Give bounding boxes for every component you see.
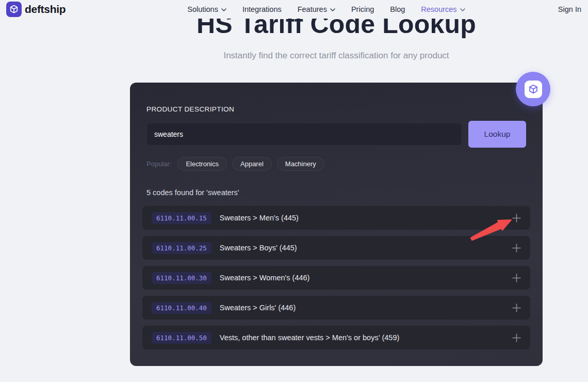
popular-chip-electronics[interactable]: Electronics xyxy=(177,157,227,171)
result-description: Vests, other than sweater vests > Men's … xyxy=(220,333,399,342)
main-content: HS Tariff Code Lookup Instantly find the… xyxy=(130,10,543,366)
popular-row: Popular: Electronics Apparel Machinery xyxy=(146,157,526,171)
chevron-down-icon xyxy=(460,8,465,11)
popular-chip-apparel[interactable]: Apparel xyxy=(232,157,272,171)
nav-item-integrations[interactable]: Integrations xyxy=(242,5,282,13)
result-description: Sweaters > Girls' (446) xyxy=(220,304,296,312)
hs-code-badge: 6110.11.00.50 xyxy=(152,332,211,344)
nav-label: Solutions xyxy=(187,5,218,13)
result-row[interactable]: 6110.11.00.40 Sweaters > Girls' (446) xyxy=(142,296,530,320)
popular-label: Popular: xyxy=(146,160,171,168)
top-nav-bar: deftship Solutions Integrations Features… xyxy=(0,0,588,19)
result-description: Sweaters > Boys' (445) xyxy=(220,244,297,252)
hs-code-badge: 6110.11.00.40 xyxy=(152,302,211,314)
chevron-down-icon xyxy=(221,8,226,11)
hs-code-badge: 6110.11.00.25 xyxy=(152,242,211,254)
plus-icon[interactable] xyxy=(512,244,521,252)
results-summary: 5 codes found for 'sweaters' xyxy=(146,188,526,197)
brand-logo[interactable]: deftship xyxy=(6,2,66,17)
nav-item-solutions[interactable]: Solutions xyxy=(187,5,226,13)
result-row[interactable]: 6110.11.00.30 Sweaters > Women's (446) xyxy=(142,266,530,290)
cube-box-icon xyxy=(525,81,542,98)
result-row[interactable]: 6110.11.00.50 Vests, other than sweater … xyxy=(142,326,530,349)
hs-lookup-card: PRODUCT DESCRIPTION Lookup Popular: Elec… xyxy=(130,83,543,366)
chevron-down-icon xyxy=(330,8,335,11)
search-row: Lookup xyxy=(146,121,526,148)
product-description-input[interactable] xyxy=(146,123,462,146)
plus-icon[interactable] xyxy=(512,214,521,222)
result-row[interactable]: 6110.11.00.15 Sweaters > Men's (445) xyxy=(142,206,530,230)
popular-chip-machinery[interactable]: Machinery xyxy=(277,157,324,171)
sign-in-link[interactable]: Sign In xyxy=(558,5,581,13)
plus-icon[interactable] xyxy=(512,274,521,282)
hs-code-badge: 6110.11.00.30 xyxy=(152,272,211,284)
nav-label: Pricing xyxy=(351,5,374,13)
nav-label: Integrations xyxy=(242,5,282,13)
floating-cube-button[interactable] xyxy=(516,72,550,106)
lookup-button[interactable]: Lookup xyxy=(468,121,526,148)
main-nav: Solutions Integrations Features Pricing … xyxy=(187,5,465,13)
nav-item-pricing[interactable]: Pricing xyxy=(351,5,374,13)
plus-icon[interactable] xyxy=(512,333,521,342)
nav-item-features[interactable]: Features xyxy=(298,5,335,13)
results-list: 6110.11.00.15 Sweaters > Men's (445) 611… xyxy=(142,206,530,349)
product-description-label: PRODUCT DESCRIPTION xyxy=(146,105,526,113)
nav-label: Blog xyxy=(390,5,405,13)
deftship-cube-icon xyxy=(6,2,22,17)
result-description: Sweaters > Women's (446) xyxy=(220,274,310,282)
hs-code-badge: 6110.11.00.15 xyxy=(152,212,211,224)
result-row[interactable]: 6110.11.00.25 Sweaters > Boys' (445) xyxy=(142,236,530,260)
brand-name: deftship xyxy=(25,3,66,15)
nav-label: Resources xyxy=(421,5,456,13)
nav-item-blog[interactable]: Blog xyxy=(390,5,405,13)
plus-icon[interactable] xyxy=(512,304,521,312)
page-subtitle: Instantly find the correct tariff classi… xyxy=(130,51,543,61)
result-description: Sweaters > Men's (445) xyxy=(220,214,299,222)
nav-label: Features xyxy=(298,5,327,13)
nav-item-resources[interactable]: Resources xyxy=(421,5,465,13)
